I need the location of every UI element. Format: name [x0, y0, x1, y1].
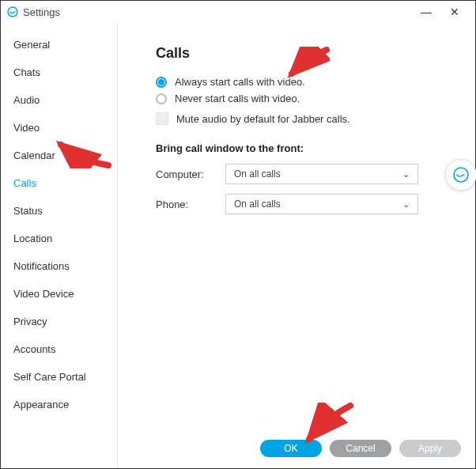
sidebar-item-video[interactable]: Video: [1, 114, 117, 142]
footer-buttons: OK Cancel Apply: [260, 440, 461, 457]
radio-icon: [156, 93, 167, 104]
settings-window: Settings — ✕ General Chats Audio Video C…: [0, 0, 476, 469]
sidebar: General Chats Audio Video Calendar Calls…: [1, 23, 118, 468]
radio-option-always[interactable]: Always start calls with video.: [156, 76, 447, 88]
sidebar-item-video-device[interactable]: Video Device: [1, 280, 117, 308]
sidebar-item-location[interactable]: Location: [1, 225, 117, 252]
apply-button[interactable]: Apply: [399, 440, 461, 457]
close-button[interactable]: ✕: [440, 1, 469, 23]
select-label-phone: Phone:: [156, 199, 225, 210]
chevron-down-icon: ⌄: [402, 169, 410, 180]
sidebar-item-self-care[interactable]: Self Care Portal: [1, 363, 117, 391]
select-value: On all calls: [234, 168, 281, 180]
select-computer[interactable]: On all calls ⌄: [225, 164, 418, 184]
radio-label: Always start calls with video.: [175, 76, 305, 88]
sidebar-item-audio[interactable]: Audio: [1, 86, 117, 114]
radio-label: Never start calls with video.: [175, 93, 300, 104]
cancel-button[interactable]: Cancel: [330, 440, 391, 457]
app-icon: [7, 6, 18, 17]
checkbox-mute-audio[interactable]: Mute audio by default for Jabber calls.: [156, 112, 447, 125]
panel-heading: Calls: [156, 45, 447, 62]
content-area: General Chats Audio Video Calendar Calls…: [1, 23, 475, 468]
select-phone[interactable]: On all calls ⌄: [225, 194, 418, 214]
chevron-down-icon: ⌄: [402, 199, 410, 210]
main-panel: Calls Always start calls with video. Nev…: [118, 23, 475, 468]
sidebar-item-accounts[interactable]: Accounts: [1, 335, 117, 363]
checkbox-label: Mute audio by default for Jabber calls.: [176, 113, 350, 125]
sidebar-item-calendar[interactable]: Calendar: [1, 142, 117, 169]
section-bring-front: Bring call window to the front:: [156, 142, 447, 154]
select-label-computer: Computer:: [156, 168, 225, 180]
sidebar-item-calls[interactable]: Calls: [1, 169, 117, 197]
checkbox-icon: [156, 112, 168, 125]
radio-icon: [156, 77, 167, 88]
svg-point-1: [454, 168, 468, 182]
sidebar-item-privacy[interactable]: Privacy: [1, 308, 117, 335]
select-row-computer: Computer: On all calls ⌄: [156, 164, 447, 184]
sidebar-item-notifications[interactable]: Notifications: [1, 252, 117, 280]
ok-button[interactable]: OK: [260, 440, 322, 457]
titlebar: Settings — ✕: [1, 1, 475, 23]
chat-bubble-icon[interactable]: [445, 159, 476, 191]
radio-option-never[interactable]: Never start calls with video.: [156, 93, 447, 104]
svg-point-0: [8, 7, 17, 17]
minimize-button[interactable]: —: [412, 1, 440, 23]
sidebar-item-chats[interactable]: Chats: [1, 59, 117, 86]
select-row-phone: Phone: On all calls ⌄: [156, 194, 447, 214]
sidebar-item-general[interactable]: General: [1, 31, 117, 59]
sidebar-item-status[interactable]: Status: [1, 197, 117, 225]
select-value: On all calls: [234, 199, 281, 210]
sidebar-item-appearance[interactable]: Appearance: [1, 391, 117, 418]
window-title: Settings: [23, 6, 60, 18]
